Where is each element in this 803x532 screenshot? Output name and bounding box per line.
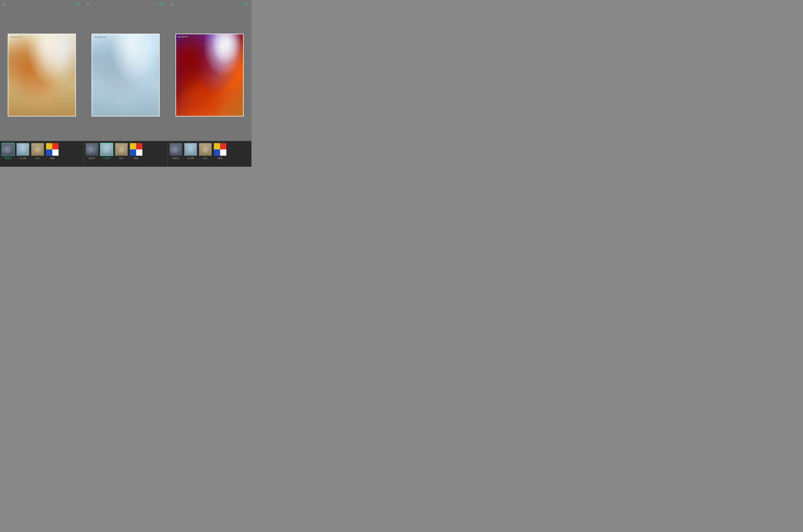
filter-item-eiffel-2[interactable]: 埃菲尔: [85, 143, 98, 160]
img-overlay-label-2: YES/IGHT 里: [94, 36, 106, 38]
filter-thumbnails-3: 埃菲尔 白日梦 冬日: [169, 143, 250, 160]
photo-image-1: [8, 34, 75, 116]
thumb-img-compose-1: [46, 143, 59, 156]
filter-item-winter-3[interactable]: 冬日: [199, 143, 212, 160]
photo-image-3: [176, 34, 243, 116]
thumb-label-eiffel-2: 埃菲尔: [89, 157, 95, 160]
image-area-1: YES/IGHT 里: [0, 9, 84, 141]
back-button-1[interactable]: ‹: [3, 2, 5, 7]
thumb-img-eiffel-1: [1, 143, 15, 156]
topbar-3: ‹ 完成: [168, 0, 251, 9]
img-overlay-label-3: VELVET tIT: [178, 36, 188, 38]
photo-image-2: [92, 34, 159, 116]
thumb-label-eiffel-3: 埃菲尔: [172, 157, 179, 160]
filter-item-compose-2[interactable]: 构成: [129, 143, 143, 160]
photo-frame-2: YES/IGHT 里: [92, 34, 160, 116]
panel-2: ‹ 完成 YES/IGHT 里 埃菲尔 白日梦: [84, 0, 168, 167]
thumb-label-winter-1: 冬日: [35, 157, 40, 160]
back-button-3[interactable]: ‹: [171, 2, 172, 7]
thumb-img-compose-2: [129, 143, 143, 156]
thumb-label-compose-1: 构成: [50, 157, 55, 160]
image-area-3: VELVET tIT: [168, 9, 251, 141]
filter-item-dream-3[interactable]: 白日梦: [184, 143, 197, 160]
thumb-label-dream-3: 白日梦: [187, 157, 194, 160]
topbar-2: ‹ 完成: [84, 0, 167, 9]
filter-bar-3: 埃菲尔 白日梦 冬日: [168, 141, 251, 167]
thumb-img-dream-2: [100, 143, 113, 156]
thumb-img-winter-3: [199, 143, 212, 156]
thumb-img-eiffel-3: [169, 143, 183, 156]
topbar-1: ‹ 完成: [0, 0, 84, 9]
thumb-label-eiffel-1: 埃菲尔: [5, 157, 12, 160]
filter-item-compose-3[interactable]: 构成: [214, 143, 227, 160]
filter-thumbnails-2: 埃菲尔 白日梦 冬日: [85, 143, 166, 160]
img-overlay-label-1: YES/IGHT 里: [10, 36, 22, 38]
back-button-2[interactable]: ‹: [87, 2, 88, 7]
thumb-img-compose-3: [214, 143, 227, 156]
thumb-label-dream-2: 白日梦: [103, 157, 110, 160]
thumb-img-eiffel-2: [85, 143, 98, 156]
filter-item-dream-2[interactable]: 白日梦: [100, 143, 113, 160]
image-area-2: YES/IGHT 里: [84, 9, 167, 141]
filter-bar-2: 埃菲尔 白日梦 冬日: [84, 141, 167, 167]
panel-3: ‹ 完成 VELVET tIT 埃菲尔 白日梦: [168, 0, 252, 167]
thumb-label-compose-3: 构成: [218, 157, 222, 160]
filter-item-eiffel-1[interactable]: 埃菲尔: [1, 143, 15, 160]
thumb-label-winter-3: 冬日: [203, 157, 207, 160]
thumb-label-winter-2: 冬日: [119, 157, 124, 160]
photo-frame-1: YES/IGHT 里: [8, 34, 76, 116]
thumb-img-dream-1: [16, 143, 30, 156]
filter-item-eiffel-3[interactable]: 埃菲尔: [169, 143, 183, 160]
filter-bar-1: 埃菲尔 白日梦 冬日: [0, 141, 84, 167]
filter-item-winter-1[interactable]: 冬日: [31, 143, 44, 160]
filter-thumbnails-1: 埃菲尔 白日梦 冬日: [1, 143, 82, 160]
filter-item-winter-2[interactable]: 冬日: [115, 143, 128, 160]
done-button-2[interactable]: 完成: [158, 3, 164, 7]
thumb-img-dream-3: [184, 143, 197, 156]
thumb-img-winter-2: [115, 143, 128, 156]
done-button-1[interactable]: 完成: [74, 3, 80, 7]
thumb-label-dream-1: 白日梦: [19, 157, 26, 160]
filter-item-dream-1[interactable]: 白日梦: [16, 143, 30, 160]
thumb-img-winter-1: [31, 143, 44, 156]
filter-item-compose-1[interactable]: 构成: [46, 143, 59, 160]
thumb-label-compose-2: 构成: [134, 157, 138, 160]
done-button-3[interactable]: 完成: [242, 3, 248, 7]
panel-1: ‹ 完成 YES/IGHT 里 埃菲尔 白日梦: [0, 0, 84, 167]
photo-frame-3: VELVET tIT: [176, 34, 244, 116]
